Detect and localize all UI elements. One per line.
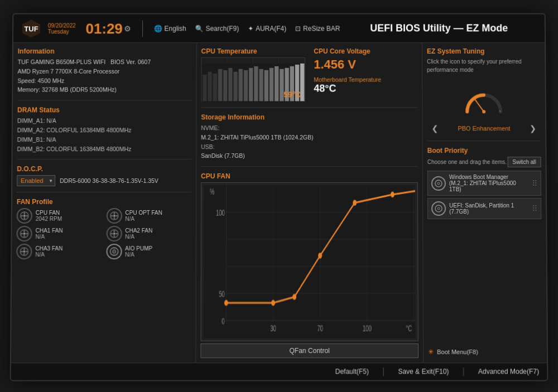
- information-section: Information TUF GAMING B650M-PLUS WIFI B…: [17, 47, 191, 95]
- fan-item-cha3: CHA3 FAN N/A: [16, 244, 102, 259]
- date-text: 09/20/2022 Tuesday: [48, 22, 76, 34]
- aura-icon: ✦: [248, 24, 253, 32]
- fan-info-cha1: CHA1 FAN N/A: [36, 228, 63, 240]
- boot-disk-icon-0: [431, 176, 446, 190]
- svg-rect-22: [208, 71, 211, 101]
- page-title: UEFI BIOS Utility — EZ Mode: [370, 22, 508, 33]
- middle-top: CPU Temperature: [201, 47, 417, 101]
- aura-button[interactable]: ✦ AURA(F4): [248, 24, 286, 32]
- search-icon: 🔍: [195, 24, 204, 32]
- main-content: Information TUF GAMING B650M-PLUS WIFI B…: [11, 43, 547, 362]
- save-exit-button[interactable]: Save & Exit(F10): [398, 367, 449, 375]
- svg-rect-32: [259, 69, 263, 101]
- docp-select-wrap[interactable]: Enabled Disabled: [17, 175, 55, 186]
- fan-item-cpu-opt: CPU OPT FAN N/A: [106, 208, 191, 224]
- svg-rect-23: [213, 73, 217, 101]
- docp-select[interactable]: Enabled Disabled: [17, 175, 55, 186]
- boot-priority-title: Boot Priority: [427, 147, 541, 154]
- cpu-fan-chart: 0 50 100 % 30 70 100 °C: [200, 182, 418, 341]
- fan-icon-aio: [106, 244, 122, 259]
- boot-priority-header: Choose one and drag the items. Switch al…: [427, 157, 541, 167]
- fan-item-cpu: CPU FAN 2042 RPM: [17, 208, 102, 224]
- boot-priority-desc: Choose one and drag the items.: [427, 159, 507, 165]
- info-memory: Memory: 32768 MB (DDR5 5200MHz): [17, 85, 191, 94]
- storage-nvme: NVME: M.2_1: ZHITAI TiPlus5000 1TB (1024…: [201, 123, 417, 142]
- fan-icon-cpu: [17, 208, 32, 224]
- divider-right-1: [427, 141, 541, 141]
- settings-icon[interactable]: ⚙: [124, 23, 131, 32]
- qfan-button[interactable]: QFan Control: [200, 343, 419, 357]
- tuning-gauge[interactable]: [427, 78, 541, 117]
- info-board: TUF GAMING B650M-PLUS WIFI BIOS Ver. 060…: [18, 57, 192, 66]
- svg-point-71: [437, 182, 440, 184]
- svg-rect-29: [244, 70, 248, 101]
- board-name: TUF GAMING B650M-PLUS WIFI: [18, 58, 106, 65]
- drag-handle-1[interactable]: ⠿: [532, 204, 537, 213]
- boot-menu-button[interactable]: ✳ Boot Menu(F8): [428, 346, 542, 358]
- default-button[interactable]: Default(F5): [335, 367, 369, 375]
- docp-title: D.O.C.P.: [17, 165, 191, 173]
- svg-text:100: 100: [363, 323, 372, 333]
- dram-section: DRAM Status DIMM_A1: N/A DIMM_A2: COLORF…: [17, 106, 192, 153]
- nvme-device: M.2_1: ZHITAI TiPlus5000 1TB (1024.2GB): [201, 133, 313, 140]
- resize-label: ReSize BAR: [303, 24, 340, 32]
- pbo-next-button[interactable]: ❯: [525, 122, 541, 135]
- fan-section: FAN Profile CPU FAN 2042 RPM: [16, 198, 191, 259]
- boot-item-label-1: UEFI: SanDisk, Partition 1 (7.7GB): [449, 202, 528, 215]
- info-cpu: AMD Ryzen 7 7700X 8-Core Processor: [17, 66, 191, 76]
- fan-name-aio: AIO PUMP: [125, 245, 152, 251]
- divider-2: [17, 159, 191, 159]
- svg-text:%: %: [210, 187, 214, 196]
- dram-b2: DIMM_B2: COLORFUL 16384MB 4800MHz: [17, 144, 192, 153]
- ez-tuning-section: EZ System Tuning Click the icon to speci…: [427, 47, 541, 135]
- svg-text:30: 30: [270, 323, 276, 333]
- time-display: 01:29: [86, 21, 123, 35]
- temp-chart-wrapper: 59°C: [201, 57, 305, 101]
- drag-handle-0[interactable]: ⠿: [532, 178, 537, 187]
- information-title: Information: [18, 47, 192, 55]
- svg-point-5: [113, 215, 115, 217]
- mb-temp-block: Motherboard Temperature 48°C: [314, 76, 417, 94]
- svg-point-73: [437, 207, 440, 210]
- switch-all-button[interactable]: Switch all: [507, 157, 541, 167]
- search-button[interactable]: 🔍 Search(F9): [195, 24, 239, 32]
- boot-item-0[interactable]: Windows Boot Manager (M.2_1: ZHITAI TiPl…: [427, 171, 541, 196]
- gauge-svg: [461, 78, 506, 117]
- cpu-temp-value: 59°C: [283, 90, 301, 99]
- svg-text:0: 0: [222, 317, 224, 326]
- cpu-voltage-mb-block: CPU Core Voltage 1.456 V Motherboard Tem…: [309, 47, 417, 101]
- datetime-block: 09/20/2022 Tuesday: [48, 22, 76, 34]
- svg-line-66: [474, 98, 484, 112]
- pbo-prev-button[interactable]: ❮: [427, 122, 442, 135]
- dram-a2: DIMM_A2: COLORFUL 16384MB 4800MHz: [17, 125, 192, 135]
- cpu-fan-title: CPU FAN: [201, 172, 418, 180]
- fan-name-cpu-opt: CPU OPT FAN: [125, 210, 162, 216]
- ez-tuning-title: EZ System Tuning: [427, 47, 540, 55]
- svg-rect-25: [223, 70, 227, 101]
- header-nav: 🌐 English 🔍 Search(F9) ✦ AURA(F4) ⊡ ReSi…: [154, 24, 340, 32]
- info-speed: Speed: 4500 MHz: [17, 76, 191, 85]
- spacer: [427, 225, 542, 342]
- usb-device: SanDisk (7.7GB): [201, 152, 245, 159]
- resize-bar-button[interactable]: ⊡ ReSize BAR: [295, 24, 340, 32]
- svg-rect-30: [249, 67, 253, 101]
- resize-icon: ⊡: [295, 24, 301, 32]
- pbo-nav: ❮ PBO Enhancement ❯: [427, 122, 541, 135]
- advanced-mode-button[interactable]: Advanced Mode(F7): [478, 367, 539, 375]
- mb-temp-value: 48°C: [314, 83, 417, 94]
- language-selector[interactable]: 🌐 English: [154, 24, 186, 32]
- right-panel: EZ System Tuning Click the icon to speci…: [422, 43, 547, 362]
- bios-version: BIOS Ver. 0607: [110, 58, 151, 65]
- boot-item-1[interactable]: UEFI: SanDisk, Partition 1 (7.7GB) ⠿: [427, 197, 541, 219]
- svg-text:°C: °C: [406, 323, 412, 333]
- fan-icon-cha1: [16, 226, 32, 241]
- divider-mid-2: [201, 166, 418, 167]
- fan-info-cha3: CHA3 FAN N/A: [35, 245, 62, 258]
- docp-row: Enabled Disabled DDR5-6000 36-38-38-76-1…: [17, 175, 191, 186]
- usb-label: USB:: [201, 143, 215, 149]
- divider-3: [17, 192, 191, 192]
- boot-menu-label: Boot Menu(F8): [437, 349, 478, 355]
- fan-item-cha1: CHA1 FAN N/A: [16, 226, 102, 241]
- footer-sep-1: |: [382, 366, 384, 376]
- cpu-temp-title: CPU Temperature: [201, 47, 305, 55]
